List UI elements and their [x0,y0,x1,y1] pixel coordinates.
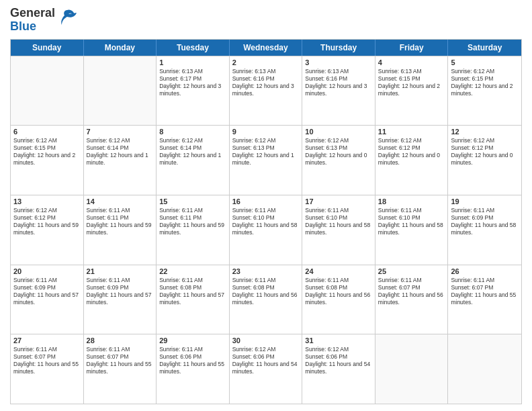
day-number: 30 [232,336,300,345]
day-info: Sunrise: 6:11 AM Sunset: 6:09 PM Dayligh… [13,277,81,306]
week-row-4: 20Sunrise: 6:11 AM Sunset: 6:09 PM Dayli… [11,265,521,334]
logo: General Blue [10,7,77,34]
day-number: 17 [305,197,372,205]
day-cell-15: 15Sunrise: 6:11 AM Sunset: 6:11 PM Dayli… [157,195,230,265]
empty-cell-0-1 [84,56,157,126]
day-number: 23 [232,267,300,275]
day-info: Sunrise: 6:12 AM Sunset: 6:06 PM Dayligh… [232,346,300,375]
week-row-5: 27Sunrise: 6:11 AM Sunset: 6:07 PM Dayli… [11,334,521,404]
day-number: 8 [159,128,226,136]
day-info: Sunrise: 6:12 AM Sunset: 6:06 PM Dayligh… [305,346,372,375]
day-cell-28: 28Sunrise: 6:11 AM Sunset: 6:07 PM Dayli… [84,334,157,404]
empty-cell-4-6 [448,334,521,404]
calendar: SundayMondayTuesdayWednesdayThursdayFrid… [10,39,522,404]
day-cell-14: 14Sunrise: 6:11 AM Sunset: 6:11 PM Dayli… [84,195,157,265]
day-cell-16: 16Sunrise: 6:11 AM Sunset: 6:10 PM Dayli… [230,195,303,265]
day-cell-1: 1Sunrise: 6:13 AM Sunset: 6:17 PM Daylig… [157,56,230,126]
day-cell-4: 4Sunrise: 6:13 AM Sunset: 6:15 PM Daylig… [375,56,449,126]
day-info: Sunrise: 6:11 AM Sunset: 6:07 PM Dayligh… [451,277,519,306]
day-number: 2 [232,58,300,66]
day-number: 11 [378,128,445,136]
day-number: 1 [159,58,226,66]
day-number: 7 [87,128,154,136]
day-number: 3 [305,58,372,66]
day-info: Sunrise: 6:12 AM Sunset: 6:12 PM Dayligh… [378,137,445,167]
day-info: Sunrise: 6:11 AM Sunset: 6:08 PM Dayligh… [232,277,300,306]
day-cell-19: 19Sunrise: 6:11 AM Sunset: 6:09 PM Dayli… [448,195,521,265]
day-info: Sunrise: 6:11 AM Sunset: 6:11 PM Dayligh… [87,207,154,236]
day-info: Sunrise: 6:12 AM Sunset: 6:13 PM Dayligh… [232,137,300,167]
empty-cell-0-0 [11,56,84,126]
day-cell-3: 3Sunrise: 6:13 AM Sunset: 6:16 PM Daylig… [302,56,375,126]
day-number: 12 [451,128,519,136]
day-info: Sunrise: 6:13 AM Sunset: 6:16 PM Dayligh… [305,68,372,97]
day-cell-21: 21Sunrise: 6:11 AM Sunset: 6:09 PM Dayli… [84,265,157,334]
day-info: Sunrise: 6:12 AM Sunset: 6:14 PM Dayligh… [87,137,154,167]
day-info: Sunrise: 6:12 AM Sunset: 6:15 PM Dayligh… [451,68,519,97]
day-header-sunday: Sunday [11,40,84,56]
day-info: Sunrise: 6:12 AM Sunset: 6:12 PM Dayligh… [13,207,81,236]
day-cell-25: 25Sunrise: 6:11 AM Sunset: 6:07 PM Dayli… [375,265,449,334]
day-header-thursday: Thursday [302,40,375,56]
day-number: 14 [87,197,154,205]
day-number: 15 [159,197,226,205]
week-row-3: 13Sunrise: 6:12 AM Sunset: 6:12 PM Dayli… [11,195,521,265]
logo-bird-icon [58,7,77,26]
day-cell-5: 5Sunrise: 6:12 AM Sunset: 6:15 PM Daylig… [448,56,521,126]
day-number: 20 [13,267,81,275]
calendar-header: SundayMondayTuesdayWednesdayThursdayFrid… [11,40,521,56]
day-info: Sunrise: 6:11 AM Sunset: 6:08 PM Dayligh… [305,277,372,306]
logo-general: General [10,6,55,19]
day-header-tuesday: Tuesday [157,40,230,56]
day-number: 19 [451,197,519,205]
day-cell-12: 12Sunrise: 6:12 AM Sunset: 6:12 PM Dayli… [448,126,521,195]
day-number: 22 [159,267,226,275]
day-number: 24 [305,267,372,275]
day-number: 5 [451,58,519,66]
day-number: 6 [13,128,81,136]
day-cell-17: 17Sunrise: 6:11 AM Sunset: 6:10 PM Dayli… [302,195,375,265]
day-header-friday: Friday [375,40,449,56]
day-cell-11: 11Sunrise: 6:12 AM Sunset: 6:12 PM Dayli… [375,126,449,195]
week-row-2: 6Sunrise: 6:12 AM Sunset: 6:15 PM Daylig… [11,125,521,195]
day-info: Sunrise: 6:13 AM Sunset: 6:16 PM Dayligh… [232,68,300,97]
day-number: 21 [87,267,154,275]
day-info: Sunrise: 6:11 AM Sunset: 6:11 PM Dayligh… [159,207,226,236]
day-info: Sunrise: 6:13 AM Sunset: 6:17 PM Dayligh… [159,68,226,97]
day-cell-31: 31Sunrise: 6:12 AM Sunset: 6:06 PM Dayli… [302,334,375,404]
day-cell-13: 13Sunrise: 6:12 AM Sunset: 6:12 PM Dayli… [11,195,84,265]
logo-blue: Blue [10,19,36,33]
day-number: 27 [13,336,81,345]
day-header-monday: Monday [84,40,157,56]
empty-cell-4-5 [375,334,449,404]
day-cell-23: 23Sunrise: 6:11 AM Sunset: 6:08 PM Dayli… [230,265,303,334]
day-number: 29 [159,336,226,345]
day-info: Sunrise: 6:11 AM Sunset: 6:07 PM Dayligh… [378,277,445,306]
day-cell-7: 7Sunrise: 6:12 AM Sunset: 6:14 PM Daylig… [84,126,157,195]
day-info: Sunrise: 6:11 AM Sunset: 6:06 PM Dayligh… [159,346,226,375]
day-cell-10: 10Sunrise: 6:12 AM Sunset: 6:13 PM Dayli… [302,126,375,195]
day-info: Sunrise: 6:11 AM Sunset: 6:10 PM Dayligh… [305,207,372,236]
day-number: 9 [232,128,300,136]
day-number: 26 [451,267,519,275]
week-row-1: 1Sunrise: 6:13 AM Sunset: 6:17 PM Daylig… [11,56,521,126]
header: General Blue [10,7,522,34]
day-cell-26: 26Sunrise: 6:11 AM Sunset: 6:07 PM Dayli… [448,265,521,334]
day-cell-8: 8Sunrise: 6:12 AM Sunset: 6:14 PM Daylig… [157,126,230,195]
day-info: Sunrise: 6:13 AM Sunset: 6:15 PM Dayligh… [378,68,445,97]
day-cell-27: 27Sunrise: 6:11 AM Sunset: 6:07 PM Dayli… [11,334,84,404]
day-info: Sunrise: 6:11 AM Sunset: 6:09 PM Dayligh… [87,277,154,306]
day-number: 31 [305,336,372,345]
day-info: Sunrise: 6:12 AM Sunset: 6:13 PM Dayligh… [305,137,372,167]
day-cell-2: 2Sunrise: 6:13 AM Sunset: 6:16 PM Daylig… [230,56,303,126]
day-info: Sunrise: 6:12 AM Sunset: 6:15 PM Dayligh… [13,137,81,167]
day-info: Sunrise: 6:11 AM Sunset: 6:09 PM Dayligh… [451,207,519,236]
day-number: 4 [378,58,445,66]
day-header-saturday: Saturday [448,40,521,56]
day-header-wednesday: Wednesday [230,40,303,56]
day-cell-22: 22Sunrise: 6:11 AM Sunset: 6:08 PM Dayli… [157,265,230,334]
day-cell-9: 9Sunrise: 6:12 AM Sunset: 6:13 PM Daylig… [230,126,303,195]
day-cell-24: 24Sunrise: 6:11 AM Sunset: 6:08 PM Dayli… [302,265,375,334]
day-cell-30: 30Sunrise: 6:12 AM Sunset: 6:06 PM Dayli… [230,334,303,404]
day-info: Sunrise: 6:11 AM Sunset: 6:07 PM Dayligh… [13,346,81,375]
